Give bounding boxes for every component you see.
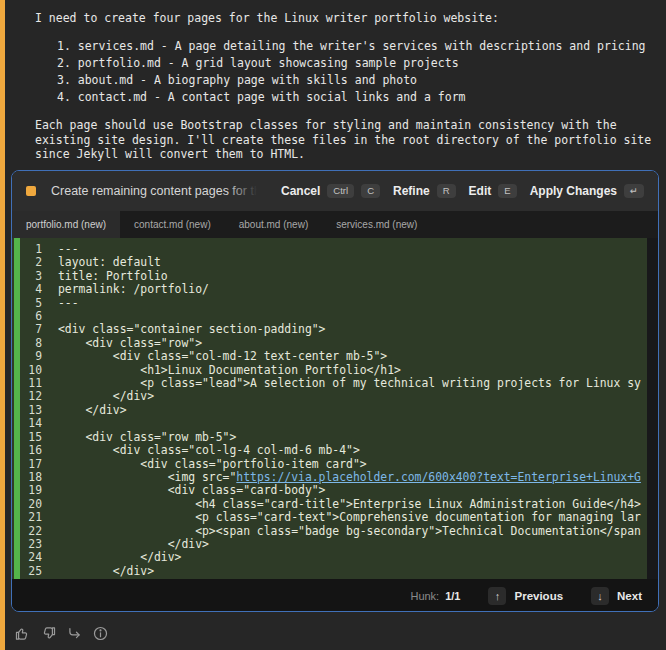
line-number: 18 [24, 471, 42, 484]
keyboard-shortcut-badge: ↵ [624, 184, 644, 199]
code-line: 25 </div> [12, 565, 658, 578]
message-numbered-list: 1. services.md - A page detailing the wr… [57, 38, 655, 106]
line-number: 12 [24, 390, 42, 403]
code-text: </div> [58, 390, 154, 403]
line-number: 22 [24, 525, 42, 538]
tab-services.md[interactable]: services.md (new) [322, 211, 431, 238]
tab-portfolio.md[interactable]: portfolio.md (new) [12, 211, 120, 238]
line-number: 9 [24, 350, 42, 363]
message-paragraph-line: since Jekyll will convert them to HTML. [35, 147, 655, 162]
code-line: 6 [12, 310, 658, 323]
code-line: 19 <div class="card-body"> [12, 484, 658, 497]
file-tab-bar: portfolio.md (new)contact.md (new)about.… [12, 211, 658, 238]
message-paragraph: Each page should use Bootstrap classes f… [35, 118, 655, 162]
line-number: 24 [24, 551, 42, 564]
tab-about.md[interactable]: about.md (new) [225, 211, 322, 238]
code-text: permalink: /portfolio/ [58, 283, 209, 296]
code-line: 10 <h1>Linux Documentation Portfolio</h1… [12, 364, 658, 377]
line-number: 19 [24, 484, 42, 497]
apply-changes-button[interactable]: Apply Changes↵ [530, 184, 644, 199]
button-label: Refine [393, 184, 430, 198]
retry-arrow-icon[interactable] [66, 625, 83, 642]
code-text: <h1>Linux Documentation Portfolio</h1> [58, 364, 401, 377]
placeholder-url-link[interactable]: https://via.placeholder.com/600x400?text… [236, 470, 641, 484]
code-text: <img src="https://via.placeholder.com/60… [58, 471, 641, 484]
line-number: 14 [24, 417, 42, 430]
button-label: Edit [469, 184, 492, 198]
line-number: 21 [24, 511, 42, 524]
panel-title: Create remaining content pages for the p… [51, 184, 257, 198]
previous-hunk-button[interactable]: ↑ Previous [488, 587, 563, 605]
added-lines-gutter [14, 238, 20, 579]
code-line: 13 </div> [12, 404, 658, 417]
keyboard-shortcut-badge: E [498, 184, 516, 199]
code-line: 5--- [12, 297, 658, 310]
header-button-group: CancelCtrlCRefineREditEApply Changes↵ [281, 184, 644, 199]
line-number: 16 [24, 444, 42, 457]
message-paragraph-line: existing site design. I'll create these … [35, 133, 655, 148]
code-line: 14 [12, 417, 658, 430]
message-list-item: 4. contact.md - A contact page with soci… [57, 89, 655, 106]
line-number: 5 [24, 297, 42, 310]
line-number: 20 [24, 498, 42, 511]
line-number: 13 [24, 404, 42, 417]
code-text: <p><span class="badge bg-secondary">Tech… [58, 525, 641, 538]
button-label: Cancel [281, 184, 320, 198]
keyboard-shortcut-badge: C [361, 184, 380, 199]
code-text: <div class="card-body"> [58, 484, 325, 497]
code-text: <div class="portfolio-item card"> [58, 458, 367, 471]
code-line: 2layout: default [12, 256, 658, 269]
line-number: 6 [24, 310, 42, 323]
line-number: 23 [24, 538, 42, 551]
line-number: 17 [24, 458, 42, 471]
feedback-icon-row [14, 625, 109, 642]
thumbs-up-icon[interactable] [14, 625, 31, 642]
code-line: 20 <h4 class="card-title">Enterprise Lin… [12, 498, 658, 511]
code-text: layout: default [58, 256, 161, 269]
code-text: </div> [58, 565, 154, 578]
diff-review-panel: Create remaining content pages for the p… [11, 170, 659, 612]
tab-contact.md[interactable]: contact.md (new) [120, 211, 225, 238]
message-intro: I need to create four pages for the Linu… [35, 10, 655, 27]
message-paragraph-line: Each page should use Bootstrap classes f… [35, 118, 655, 133]
code-line: 16 <div class="col-lg-4 col-md-6 mb-4"> [12, 444, 658, 457]
arrow-up-icon: ↑ [488, 587, 506, 605]
refine-button[interactable]: RefineR [393, 184, 456, 199]
hunk-counter: 1/1 [445, 590, 460, 602]
message-list-item: 3. about.md - A biography page with skil… [57, 72, 655, 89]
message-list-item: 2. portfolio.md - A grid layout showcasi… [57, 55, 655, 72]
next-hunk-button[interactable]: ↓ Next [591, 587, 642, 605]
keyboard-shortcut-badge: Ctrl [327, 184, 354, 199]
code-line: 8 <div class="row"> [12, 337, 658, 350]
line-number: 7 [24, 323, 42, 336]
code-text: <div class="row"> [58, 337, 202, 350]
vertical-scrollbar[interactable] [647, 238, 658, 579]
code-line: 17 <div class="portfolio-item card"> [12, 458, 658, 471]
panel-header: Create remaining content pages for the p… [12, 171, 658, 211]
message-list-item: 1. services.md - A page detailing the wr… [57, 38, 655, 55]
code-line: 7<div class="container section-padding"> [12, 323, 658, 336]
arrow-down-icon: ↓ [591, 587, 609, 605]
line-number: 3 [24, 270, 42, 283]
code-text: <div class="row mb-5"> [58, 431, 236, 444]
code-text: </div> [58, 538, 209, 551]
line-number: 11 [24, 377, 42, 390]
edit-button[interactable]: EditE [469, 184, 517, 199]
info-icon[interactable] [92, 625, 109, 642]
code-text: --- [58, 243, 79, 256]
line-number: 2 [24, 256, 42, 269]
code-line: 21 <p class="card-text">Comprehensive do… [12, 511, 658, 524]
cancel-button[interactable]: CancelCtrlC [281, 184, 380, 199]
code-line: 1--- [12, 243, 658, 256]
code-lines: 1---2layout: default3title: Portfolio4pe… [12, 243, 658, 578]
left-accent-bar [0, 0, 5, 650]
thumbs-down-icon[interactable] [40, 625, 57, 642]
line-number: 4 [24, 283, 42, 296]
code-text: <div class="col-md-12 text-center mb-5"> [58, 350, 387, 363]
status-square-icon [26, 186, 36, 196]
keyboard-shortcut-badge: R [437, 184, 456, 199]
code-line: 22 <p><span class="badge bg-secondary">T… [12, 525, 658, 538]
code-line: 3title: Portfolio [12, 270, 658, 283]
code-text: <h4 class="card-title">Enterprise Linux … [58, 498, 641, 511]
code-text: <div class="container section-padding"> [58, 323, 325, 336]
